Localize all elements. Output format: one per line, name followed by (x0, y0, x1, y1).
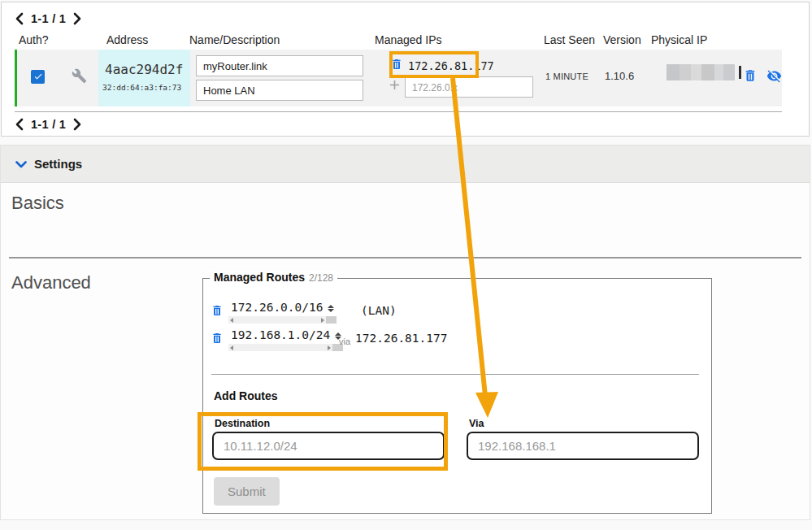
add-routes-title: Add Routes (214, 389, 278, 402)
via-input[interactable] (467, 432, 699, 460)
version-value: 1.10.6 (605, 70, 634, 82)
page-range: 1-1 / 1 (31, 118, 66, 131)
member-address: 4aac294d2f (105, 62, 183, 77)
basics-section-title: Basics (11, 193, 64, 214)
route-via-value: 172.26.81.177 (355, 332, 448, 345)
advanced-section-title: Advanced (11, 272, 91, 293)
page-prev-icon[interactable] (15, 12, 24, 25)
chevron-down-icon (15, 157, 27, 172)
member-row: 4aac294d2f 32:dd:64:a3:fa:73 172.26.81.1… (15, 50, 782, 106)
address-cell: 4aac294d2f 32:dd:64:a3:fa:73 (98, 50, 190, 106)
scrollbar-corner (326, 316, 337, 324)
destination-input[interactable] (212, 432, 445, 460)
managed-routes-box: Managed Routes 2/128 172.26.0.0/16 (LAN)… (202, 278, 712, 514)
delete-member-icon[interactable] (743, 68, 758, 83)
routes-divider (211, 374, 699, 375)
column-name: Name/Description (189, 33, 280, 46)
add-ip-input[interactable] (405, 76, 533, 98)
page-next-icon[interactable] (73, 118, 81, 131)
page-prev-icon[interactable] (15, 118, 24, 131)
horizontal-scrollbar[interactable] (228, 344, 332, 351)
destination-label: Destination (215, 418, 270, 429)
physical-ip-redacted (667, 64, 741, 80)
route-destination-field[interactable]: 172.26.0.0/16 (228, 300, 337, 324)
route-destination-field[interactable]: 192.168.1.0/24 (228, 328, 343, 351)
pagination-bottom: 1-1 / 1 (15, 116, 81, 132)
column-address: Address (106, 33, 148, 46)
checkmark-icon (33, 70, 43, 85)
auth-checkbox[interactable] (31, 70, 45, 84)
members-panel: 1-1 / 1 Auth? Address Name/Description M… (1, 2, 810, 137)
member-name-input[interactable] (196, 55, 363, 76)
last-seen-value: 1 MINUTE (545, 72, 588, 81)
route-destination-value: 192.168.1.0/24 (228, 328, 332, 344)
pagination-top: 1-1 / 1 (15, 11, 81, 27)
route-destination-value: 172.26.0.0/16 (228, 300, 326, 316)
delete-ip-icon[interactable] (390, 58, 403, 71)
row-divider (15, 111, 782, 112)
via-label: Via (469, 418, 484, 429)
managed-ip-value: 172.26.81.177 (408, 59, 494, 72)
hide-member-icon[interactable] (766, 68, 782, 84)
column-last-seen: Last Seen (544, 33, 595, 46)
column-auth: Auth? (19, 33, 49, 46)
route-via-label: via (339, 337, 350, 346)
column-managed-ips: Managed IPs (375, 33, 442, 46)
page-range: 1-1 / 1 (31, 12, 66, 25)
horizontal-scrollbar[interactable] (228, 316, 326, 324)
member-mac: 32:dd:64:a3:fa:73 (102, 83, 181, 92)
managed-routes-count: 2/128 (309, 272, 333, 284)
section-divider (9, 257, 801, 258)
member-description-input[interactable] (196, 80, 363, 101)
managed-routes-title: Managed Routes (214, 271, 305, 284)
delete-route-icon[interactable] (211, 332, 224, 345)
add-ip-icon[interactable] (387, 77, 402, 93)
settings-accordion-header[interactable]: Settings (1, 146, 810, 183)
delete-route-icon[interactable] (211, 304, 224, 317)
settings-panel: Settings Basics Advanced Managed Routes … (0, 145, 810, 520)
wrench-icon[interactable] (72, 68, 87, 84)
managed-routes-legend: Managed Routes 2/128 (210, 271, 337, 284)
page-next-icon[interactable] (73, 12, 81, 25)
submit-button[interactable]: Submit (214, 477, 280, 506)
settings-title: Settings (34, 157, 82, 171)
spinner-icon[interactable] (326, 300, 337, 316)
column-physical-ip: Physical IP (651, 33, 707, 46)
column-version: Version (603, 33, 641, 46)
route-via-value: (LAN) (361, 304, 397, 317)
